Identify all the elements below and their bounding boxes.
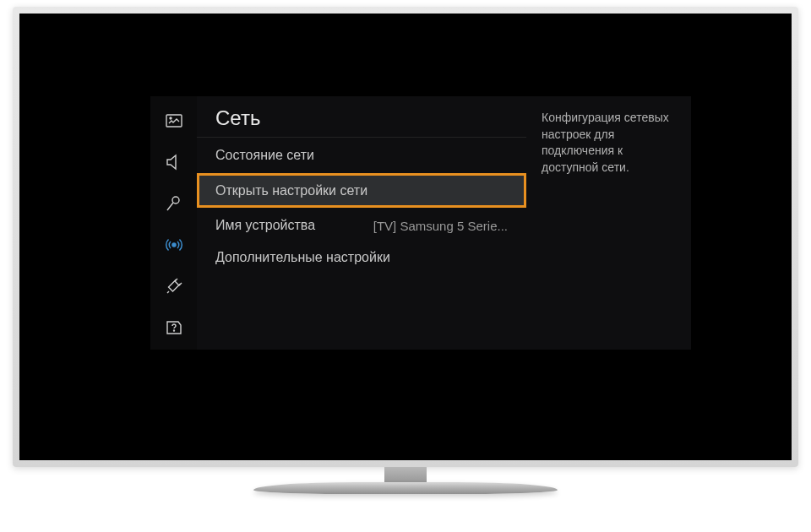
network-icon[interactable] — [161, 232, 187, 257]
menu-item-value: [TV] Samsung 5 Serie... — [373, 219, 508, 233]
menu-panel: Сеть Состояние сети Открыть настройки се… — [197, 96, 526, 350]
svg-point-3 — [172, 243, 176, 247]
picture-icon[interactable] — [161, 108, 187, 133]
menu-items: Состояние сети Открыть настройки сети Им… — [197, 138, 526, 274]
tv-screen: Сеть Состояние сети Открыть настройки се… — [19, 14, 792, 460]
tv-stand — [253, 467, 558, 497]
menu-item-label: Открыть настройки сети — [215, 183, 367, 198]
svg-point-2 — [172, 197, 179, 204]
tv-bezel: Сеть Состояние сети Открыть настройки се… — [13, 7, 798, 467]
menu-item-network-status[interactable]: Состояние сети — [197, 139, 526, 171]
sound-icon[interactable] — [161, 149, 187, 174]
tv-frame: Сеть Состояние сети Открыть настройки се… — [13, 7, 798, 497]
svg-point-1 — [170, 117, 171, 119]
menu-description: Конфигурация сетевых настроек для подклю… — [526, 96, 691, 350]
menu-item-label: Состояние сети — [215, 148, 314, 163]
menu-item-device-name[interactable]: Имя устройства [TV] Samsung 5 Serie... — [197, 209, 526, 242]
system-icon[interactable] — [161, 274, 187, 298]
support-icon[interactable] — [161, 315, 187, 339]
menu-item-open-network-settings[interactable]: Открыть настройки сети — [197, 173, 526, 208]
category-rail — [150, 96, 197, 350]
tv-stand-neck — [384, 467, 427, 482]
broadcast-icon[interactable] — [161, 191, 187, 215]
menu-item-advanced-settings[interactable]: Дополнительные настройки — [197, 242, 526, 274]
tv-stand-base — [253, 482, 558, 494]
menu-item-label: Имя устройства — [215, 218, 315, 233]
menu-title: Сеть — [197, 106, 526, 138]
svg-point-4 — [173, 330, 174, 331]
menu-item-label: Дополнительные настройки — [215, 250, 390, 265]
svg-rect-0 — [166, 115, 182, 127]
settings-menu: Сеть Состояние сети Открыть настройки се… — [150, 96, 691, 350]
